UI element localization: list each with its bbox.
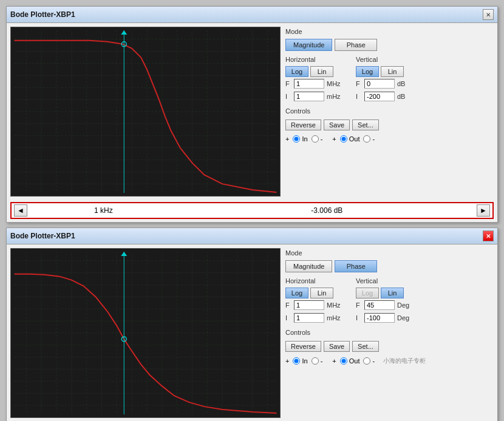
mode-row-2: Magnitude Phase [285,260,492,272]
v-lin-btn-2[interactable]: Lin [381,288,404,298]
reverse-btn-2[interactable]: Reverse [285,341,321,352]
out-radio-group-2: Out [340,357,360,365]
title-bar-1: Bode Plotter-XBP1 ✕ [7,7,497,23]
vertical-label-1: Vertical [356,56,414,63]
h-log-btn-2[interactable]: Log [285,288,308,298]
phase-btn-1[interactable]: Phase [335,39,377,51]
v-i-input-2[interactable] [364,313,395,323]
v-i-row-1: I dB [356,92,414,101]
v-i-input-1[interactable] [364,92,395,101]
in-minus-label-1: - [321,135,323,143]
controls-panel-1: Mode Magnitude Phase Horizontal Log Lin … [284,27,494,197]
hv-section-1: Horizontal Log Lin F MHz I mHz [285,56,492,103]
v-log-btn-1[interactable]: Log [356,66,379,77]
h-i-label-1: I [285,93,291,100]
in-radio-group-neg-2: - [312,357,323,365]
bode-plotter-window-2: Bode Plotter-XBP1 ✕ [6,227,498,421]
v-log-btn-2[interactable]: Log [356,288,379,298]
h-f-label-1: F [285,80,291,87]
h-f-input-2[interactable] [294,300,324,310]
h-i-input-1[interactable] [294,92,324,101]
in-plus-label-2: + [285,357,289,365]
v-i-label-2: I [356,314,362,322]
status-freq-1: 1 kHz [30,206,177,215]
out-radio-selected-1[interactable] [340,135,347,143]
v-i-unit-2: Deg [397,314,414,322]
in-radio-selected-2[interactable] [293,357,300,365]
h-f-row-2: F MHz [285,300,344,310]
in-minus-label-2: - [321,357,323,365]
magnitude-btn-1[interactable]: Magnitude [285,39,332,51]
in-radio-neg-2[interactable] [312,357,319,365]
h-i-input-2[interactable] [294,313,324,323]
next-btn-1[interactable]: ► [477,204,490,217]
out-label-1: Out [349,135,360,143]
in-radio-selected-1[interactable] [293,135,300,143]
out-radio-neg-2[interactable] [363,357,370,365]
v-f-row-2: F Deg [356,300,414,310]
set-btn-2[interactable]: Set... [352,341,379,352]
v-i-unit-1: dB [397,93,414,100]
h-f-input-1[interactable] [294,79,324,89]
vertical-group-1: Vertical Log Lin F dB I dB [356,56,414,103]
close-button-1[interactable]: ✕ [483,9,494,20]
in-radio-neg-1[interactable] [312,135,319,143]
set-btn-1[interactable]: Set... [352,120,379,130]
controls-btn-row-1: Reverse Save Set... [285,120,492,130]
plot-area-1 [10,27,281,197]
horizontal-group-1: Horizontal Log Lin F MHz I mHz [285,56,344,103]
out-radio-selected-2[interactable] [340,357,347,365]
out-radio-group-neg-2: - [363,357,375,365]
h-i-unit-1: mHz [327,93,344,100]
controls-panel-2: Mode Magnitude Phase Horizontal Log Lin … [284,248,494,418]
h-lin-btn-2[interactable]: Lin [310,288,333,298]
vertical-group-2: Vertical Log Lin F Deg I Deg [356,277,414,324]
out-minus-label-2: - [372,357,375,365]
controls-label-1: Controls [285,107,492,115]
h-i-label-2: I [285,314,291,322]
h-f-unit-1: MHz [327,80,344,87]
v-f-unit-2: Deg [397,301,414,309]
title-bar-2: Bode Plotter-XBP1 ✕ [7,228,497,244]
out-plus-label-1: + [332,135,336,143]
in-radio-group-neg-1: - [312,135,323,143]
in-label-1: In [302,135,307,143]
out-plus-label-2: + [332,357,336,365]
svg-marker-32 [121,30,127,35]
h-lin-btn-1[interactable]: Lin [310,66,333,77]
vertical-label-2: Vertical [356,277,414,285]
v-f-input-1[interactable] [364,79,395,89]
horizontal-label-1: Horizontal [285,56,344,63]
io-row-1: + In - + Out - [285,135,492,143]
close-button-2[interactable]: ✕ [483,231,494,241]
status-bar-1: ◄ 1 kHz -3.006 dB ► [10,202,494,219]
vertical-btn-row-2: Log Lin [356,288,414,298]
h-f-unit-2: MHz [327,301,344,309]
in-radio-group-1: In [293,135,307,143]
v-lin-btn-1[interactable]: Lin [381,66,404,77]
v-i-label-1: I [356,93,362,100]
v-f-label-1: F [356,80,362,87]
v-f-input-2[interactable] [364,300,395,310]
vertical-btn-row-1: Log Lin [356,66,414,77]
out-radio-neg-1[interactable] [363,135,370,143]
in-radio-group-2: In [293,357,307,365]
v-f-label-2: F [356,301,362,309]
horizontal-label-2: Horizontal [285,277,344,285]
prev-btn-1[interactable]: ◄ [14,204,27,217]
bode-plotter-window-1: Bode Plotter-XBP1 ✕ [6,6,498,223]
plot-area-2 [10,248,281,418]
save-btn-2[interactable]: Save [324,341,350,352]
magnitude-btn-2[interactable]: Magnitude [285,260,332,272]
phase-btn-2[interactable]: Phase [335,260,377,272]
h-f-label-2: F [285,301,291,309]
mode-row-1: Magnitude Phase [285,39,492,51]
h-i-row-2: I mHz [285,313,344,323]
h-log-btn-1[interactable]: Log [285,66,308,77]
svg-marker-65 [121,252,127,256]
save-btn-1[interactable]: Save [324,120,350,130]
watermark: 小海的电子专柜 [383,357,426,365]
reverse-btn-1[interactable]: Reverse [285,120,321,130]
window-content-1: Mode Magnitude Phase Horizontal Log Lin … [7,23,497,200]
v-f-row-1: F dB [356,79,414,89]
